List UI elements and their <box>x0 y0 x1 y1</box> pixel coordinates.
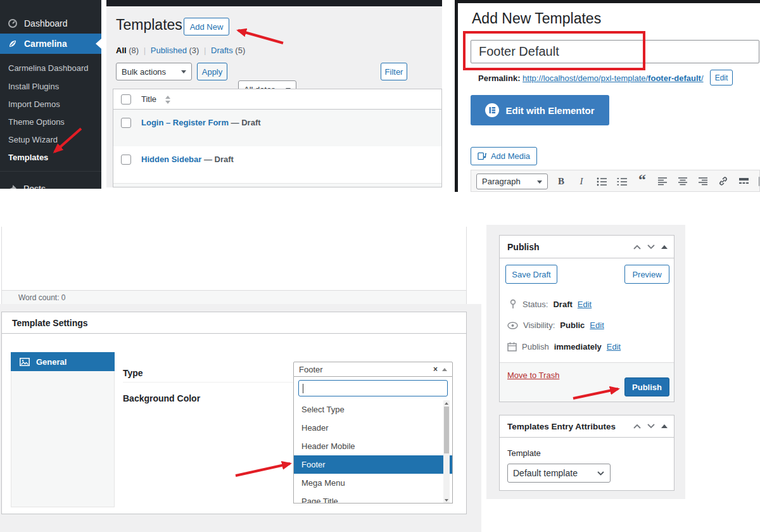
template-title-link[interactable]: Login – Register Form <box>141 118 229 127</box>
add-new-button[interactable]: Add New <box>184 18 229 35</box>
align-center-icon[interactable] <box>675 174 690 189</box>
metabox-header: Template Settings <box>2 312 466 334</box>
template-select[interactable]: Default template <box>507 464 611 483</box>
select2-option[interactable]: Page Title <box>294 492 443 504</box>
sort-desc-icon <box>165 101 170 104</box>
sidebar-item-templates[interactable]: Templates <box>0 153 101 162</box>
select-all-checkbox[interactable] <box>121 94 131 104</box>
bullet-list-icon[interactable] <box>594 174 609 189</box>
edit-with-elementor-button[interactable]: Edit with Elementor <box>471 95 609 125</box>
admin-topbar <box>106 0 442 6</box>
view-filter-links: All (8) | Published (3) | Drafts (5) <box>116 46 245 55</box>
sidebar-item-label: Carmelina <box>24 39 67 49</box>
filter-button[interactable]: Filter <box>381 63 407 80</box>
read-more-tag-icon[interactable] <box>736 174 751 189</box>
preview-button[interactable]: Preview <box>624 265 669 284</box>
collapse-toggle-icon[interactable] <box>661 245 668 249</box>
apply-button[interactable]: Apply <box>197 63 227 80</box>
paragraph-style-select[interactable]: Paragraph <box>476 174 548 189</box>
collapse-toggle-icon[interactable] <box>661 424 668 428</box>
tab-label: General <box>36 357 66 367</box>
select2-option[interactable]: Header Mobile <box>294 437 443 455</box>
add-media-button[interactable]: Add Media <box>471 147 537 165</box>
tab-general[interactable]: General <box>11 352 115 371</box>
post-status-pin-icon <box>509 299 517 309</box>
title-column-header[interactable]: Title <box>141 94 156 104</box>
chevron-down-icon <box>597 471 604 476</box>
scrollbar-thumb[interactable] <box>444 407 449 453</box>
move-up-icon[interactable] <box>633 424 641 429</box>
template-title-link[interactable]: Hidden Sidebar <box>141 155 201 164</box>
permalink-label: Permalink: <box>478 73 520 83</box>
chevron-down-icon <box>537 180 542 184</box>
move-down-icon[interactable] <box>647 244 655 250</box>
post-state: — Draft <box>204 155 234 164</box>
select2-option[interactable]: Select Type <box>294 400 443 419</box>
move-down-icon[interactable] <box>647 424 655 429</box>
sidebar-item-carmelina-dashboard[interactable]: Carmelina Dashboard <box>0 63 101 73</box>
permalink-link[interactable]: http://localhost/demo/pxl-template/foote… <box>522 73 703 83</box>
bold-icon[interactable]: B <box>554 174 569 189</box>
align-right-icon[interactable] <box>695 174 711 189</box>
permalink-slug: footer-default <box>648 73 701 83</box>
save-draft-button[interactable]: Save Draft <box>505 265 557 284</box>
edit-status-link[interactable]: Edit <box>578 300 592 309</box>
align-left-icon[interactable] <box>655 174 670 189</box>
add-new-template-panel: Add New Templates Footer Default Permali… <box>455 0 760 192</box>
dropdown-scrollbar[interactable] <box>443 400 450 504</box>
sidebar-item-carmelina[interactable]: Carmelina <box>0 34 101 54</box>
row-checkbox[interactable] <box>121 118 131 128</box>
bulk-actions-select[interactable]: Bulk actions <box>116 63 192 80</box>
sidebar-item-setup-wizard[interactable]: Setup Wizard <box>0 135 101 144</box>
link-icon[interactable] <box>716 174 731 189</box>
word-count-label: Word count: 0 <box>18 293 65 302</box>
paragraph-value: Paragraph <box>482 177 521 186</box>
table-grid-icon[interactable] <box>756 174 760 189</box>
edit-visibility-link[interactable]: Edit <box>590 320 604 330</box>
sidebar-item-theme-options[interactable]: Theme Options <box>0 117 101 127</box>
panel-border-left <box>455 0 458 192</box>
select2-selected-value: Footer <box>299 365 323 374</box>
select2-clear-icon[interactable]: × <box>433 365 438 374</box>
numbered-list-icon[interactable] <box>614 174 630 189</box>
table-row <box>113 183 442 187</box>
sidebar-item-dashboard[interactable]: Dashboard <box>0 13 101 34</box>
status-row: Status: Draft Edit <box>509 299 592 309</box>
scroll-up-icon[interactable] <box>445 402 448 405</box>
view-drafts-link[interactable]: Drafts <box>211 46 233 55</box>
template-select-value: Default template <box>513 468 578 478</box>
move-up-icon[interactable] <box>633 244 641 250</box>
templates-list-panel: Templates Add New All (8) | Published (3… <box>106 0 442 187</box>
permalink-base: http://localhost/demo/pxl-template/ <box>522 73 648 83</box>
type-select2-selection[interactable]: Footer × <box>293 362 453 377</box>
title-highlight-box <box>463 31 645 70</box>
current-menu-arrow <box>96 39 101 49</box>
add-media-label: Add Media <box>491 151 530 161</box>
move-to-trash-link[interactable]: Move to Trash <box>507 370 559 380</box>
edit-permalink-button[interactable]: Edit <box>710 70 733 86</box>
sidebar-separator <box>0 171 101 172</box>
elementor-button-label: Edit with Elementor <box>505 105 594 116</box>
view-published-link[interactable]: Published <box>151 46 187 55</box>
visibility-label: Visibility: <box>523 320 555 330</box>
view-all-link[interactable]: All <box>116 46 127 55</box>
select2-search-input[interactable] <box>298 380 448 396</box>
sidebar-item-import-demos[interactable]: Import Demos <box>0 99 101 109</box>
edit-schedule-link[interactable]: Edit <box>607 342 621 352</box>
select2-option[interactable]: Mega Menu <box>294 474 443 492</box>
select2-option[interactable]: Header <box>294 419 443 437</box>
dashboard-icon <box>8 18 18 28</box>
table-header-row: Title <box>113 89 442 110</box>
scroll-down-icon[interactable] <box>445 499 448 502</box>
blockquote-icon[interactable]: “ <box>635 172 650 187</box>
chevron-down-icon <box>181 70 186 73</box>
sidebar-item-posts[interactable]: Posts <box>0 178 101 189</box>
row-title-cell: Hidden Sidebar — Draft <box>141 155 234 164</box>
select2-option-highlighted[interactable]: Footer <box>294 455 452 474</box>
italic-icon[interactable]: I <box>574 174 589 189</box>
row-checkbox[interactable] <box>121 155 131 165</box>
template-field-label: Template <box>507 448 541 458</box>
bulk-actions-value: Bulk actions <box>122 67 166 77</box>
sidebar-item-install-plugins[interactable]: Install Plugins <box>0 82 101 91</box>
publish-button[interactable]: Publish <box>624 377 669 396</box>
